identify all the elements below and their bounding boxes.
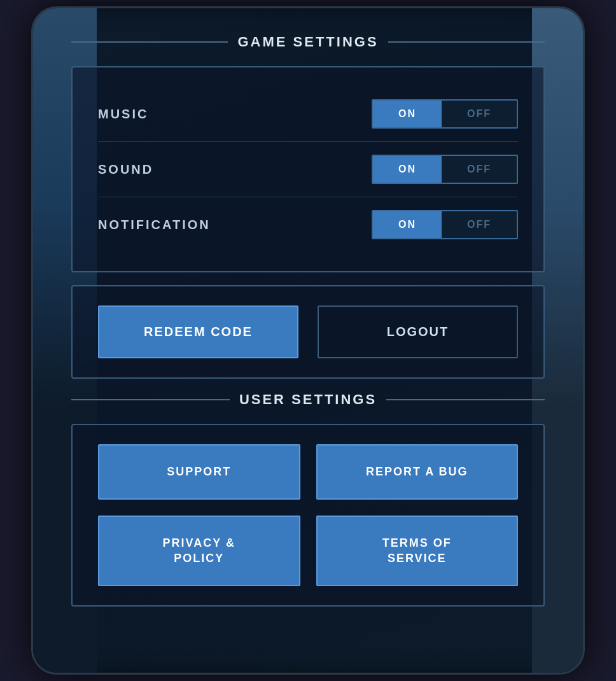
music-toggle: ON OFF xyxy=(372,99,518,129)
report-bug-button[interactable]: REPORT A BUG xyxy=(316,444,519,500)
user-settings-panel: SUPPORT REPORT A BUG PRIVACY &POLICY TER… xyxy=(71,424,545,607)
music-row: MUSIC ON OFF xyxy=(98,87,518,142)
terms-of-service-button[interactable]: TERMS OFSERVICE xyxy=(316,516,519,586)
sound-toggle: ON OFF xyxy=(372,155,518,184)
user-header-line-left xyxy=(71,399,230,400)
notification-on-button[interactable]: ON xyxy=(373,211,442,238)
redeem-code-button[interactable]: REDEEM CODE xyxy=(98,305,298,358)
music-off-button[interactable]: OFF xyxy=(442,101,517,127)
phone-frame: GAME SETTINGS MUSIC ON OFF SOUND ON OFF xyxy=(31,6,585,675)
support-button[interactable]: SUPPORT xyxy=(98,444,300,500)
sound-label: SOUND xyxy=(98,162,153,177)
user-header-line-right xyxy=(386,399,545,400)
game-settings-panel: MUSIC ON OFF SOUND ON OFF NOTIFICATION O… xyxy=(71,66,545,272)
main-content: GAME SETTINGS MUSIC ON OFF SOUND ON OFF xyxy=(33,8,583,632)
user-settings-header: USER SETTINGS xyxy=(71,391,545,408)
sound-off-button[interactable]: OFF xyxy=(442,156,517,183)
music-label: MUSIC xyxy=(98,107,148,122)
header-line-right xyxy=(388,41,545,43)
notification-off-button[interactable]: OFF xyxy=(442,211,517,238)
user-settings-title: USER SETTINGS xyxy=(239,391,377,408)
notification-toggle: ON OFF xyxy=(372,210,518,239)
header-line-left xyxy=(71,41,228,43)
logout-button[interactable]: LOGOUT xyxy=(318,305,518,358)
privacy-policy-button[interactable]: PRIVACY &POLICY xyxy=(98,516,300,586)
notification-label: NOTIFICATION xyxy=(98,218,211,232)
sound-on-button[interactable]: ON xyxy=(373,156,442,183)
game-settings-header: GAME SETTINGS xyxy=(71,34,545,50)
sound-row: SOUND ON OFF xyxy=(98,142,518,197)
music-on-button[interactable]: ON xyxy=(373,101,442,127)
game-settings-title: GAME SETTINGS xyxy=(237,34,378,50)
notification-row: NOTIFICATION ON OFF xyxy=(98,197,518,252)
action-panel: REDEEM CODE LOGOUT xyxy=(71,285,545,379)
